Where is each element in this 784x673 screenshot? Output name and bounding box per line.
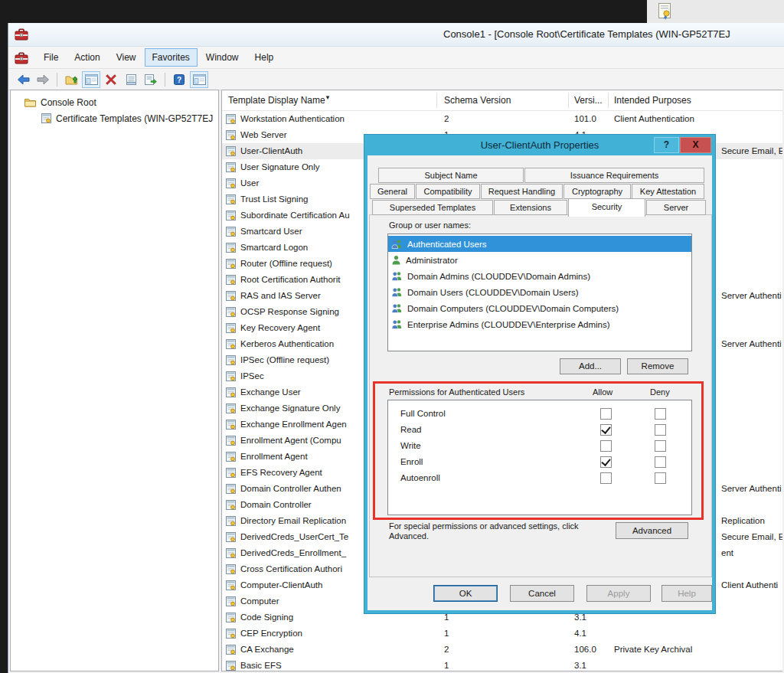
add-button[interactable]: Add...: [560, 358, 621, 374]
template-name: Root Certification Authorit: [240, 275, 340, 284]
permission-row[interactable]: Autoenroll: [388, 471, 691, 487]
certificate-template-icon: [226, 613, 236, 622]
dialog-close-button[interactable]: X: [680, 137, 711, 153]
template-name: Basic EFS: [240, 661, 282, 670]
forward-icon[interactable]: [34, 71, 52, 88]
certificate-template-icon: [226, 548, 236, 558]
group-list-item[interactable]: Domain Admins (CLOUDDEV\Domain Admins): [388, 268, 691, 284]
group-name: Domain Computers (CLOUDDEV\Domain Comput…: [407, 304, 619, 313]
certificate-template-icon: [226, 420, 236, 430]
toolbar: ?: [8, 69, 784, 90]
certificate-template-icon: [41, 113, 51, 123]
column-header-template-display-name[interactable]: Template Display Name▾: [228, 95, 329, 106]
help-button[interactable]: Help: [662, 585, 712, 602]
properties-icon[interactable]: [122, 71, 140, 88]
allow-checkbox-autoenroll[interactable]: [600, 472, 612, 484]
cancel-button[interactable]: Cancel: [510, 585, 574, 602]
menu-file[interactable]: File: [36, 48, 66, 67]
group-list-item[interactable]: Administrator: [388, 252, 691, 268]
tab-cryptography[interactable]: Cryptography: [564, 184, 631, 199]
dialog-titlebar[interactable]: User-ClientAuth Properties ? X: [364, 135, 715, 155]
permission-row[interactable]: Enroll: [388, 455, 691, 471]
menu-favorites[interactable]: Favorites: [145, 48, 198, 67]
allow-checkbox-read[interactable]: [600, 424, 612, 436]
column-header-intended-purposes[interactable]: Intended Purposes: [614, 95, 691, 106]
intended-purposes-fragment: Replication: [721, 516, 765, 525]
tree-item-console-root[interactable]: Console Root: [11, 94, 218, 110]
tab-row: Subject NameIssuance Requirements: [378, 168, 705, 183]
intended-purposes-fragment: Secure Email, E: [721, 146, 782, 155]
menu-window[interactable]: Window: [198, 48, 247, 67]
allow-column-label: Allow: [593, 387, 612, 397]
group-list-item[interactable]: Domain Users (CLOUDDEV\Domain Users): [388, 284, 691, 300]
column-header-schema-version[interactable]: Schema Version: [444, 95, 511, 106]
template-name: Exchange Enrollment Agen: [240, 420, 347, 429]
template-name: Subordinate Certification Au: [240, 211, 350, 220]
tree-item-label: Console Root: [41, 97, 96, 108]
template-name: Cross Certification Authori: [240, 564, 342, 573]
certificate-template-icon: [226, 564, 236, 574]
tab-server[interactable]: Server: [646, 200, 706, 215]
back-icon[interactable]: [14, 71, 32, 88]
tab-general[interactable]: General: [370, 184, 415, 199]
certificate-template-icon: [226, 436, 236, 446]
group-list-item[interactable]: Domain Computers (CLOUDDEV\Domain Comput…: [388, 300, 691, 316]
deny-checkbox-autoenroll[interactable]: [655, 472, 666, 484]
template-row[interactable]: CA Exchange2106.0Private Key Archival: [222, 642, 782, 658]
allow-checkbox-enroll[interactable]: [600, 456, 612, 468]
tree-item-certificate-templates[interactable]: Certificate Templates (WIN-GP52T7EJ: [11, 110, 218, 126]
deny-checkbox-write[interactable]: [655, 440, 666, 452]
certificate-template-icon: [226, 259, 236, 269]
permission-row[interactable]: Full Control: [388, 407, 691, 423]
tab-extensions[interactable]: Extensions: [494, 200, 567, 215]
column-header-versi-[interactable]: Versi...: [574, 95, 603, 106]
ok-button[interactable]: OK: [433, 585, 498, 602]
show-console-tree-icon[interactable]: [82, 71, 100, 88]
group-list-item[interactable]: Authenticated Users: [388, 236, 691, 252]
deny-checkbox-read[interactable]: [655, 424, 666, 436]
group-list-item[interactable]: Enterprise Admins (CLOUDDEV\Enterprise A…: [388, 316, 691, 332]
permission-row[interactable]: Write: [388, 439, 691, 455]
template-name: IPSec: [240, 371, 264, 381]
template-name: Trust List Signing: [240, 194, 308, 204]
tab-issuance-requirements[interactable]: Issuance Requirements: [524, 168, 704, 183]
advanced-button[interactable]: Advanced: [616, 522, 688, 539]
template-name: Domain Controller: [240, 500, 312, 509]
new-window-icon[interactable]: [190, 71, 208, 88]
group-name: Domain Users (CLOUDDEV\Domain Users): [407, 288, 579, 297]
template-name: RAS and IAS Server: [240, 291, 321, 300]
help-icon[interactable]: ?: [170, 71, 188, 88]
template-row[interactable]: Workstation Authentication2101.0Client A…: [222, 111, 782, 127]
menu-bar: FileActionViewFavoritesWindowHelp: [8, 47, 784, 69]
up-one-level-icon[interactable]: [62, 71, 80, 88]
certificate-template-icon: [226, 114, 236, 124]
tab-security[interactable]: Security: [568, 198, 645, 217]
tab-subject-name[interactable]: Subject Name: [378, 168, 524, 183]
dialog-help-button[interactable]: ?: [654, 137, 679, 153]
deny-checkbox-full-control[interactable]: [655, 408, 666, 420]
template-name: Smartcard User: [240, 227, 302, 236]
tab-compatibility[interactable]: Compatibility: [416, 184, 480, 199]
window-titlebar[interactable]: Console1 - [Console Root\Certificate Tem…: [8, 23, 784, 47]
menu-help[interactable]: Help: [247, 48, 282, 67]
template-name: Key Recovery Agent: [240, 323, 320, 332]
delete-icon[interactable]: [102, 71, 120, 88]
group-icon: [391, 303, 403, 313]
menu-action[interactable]: Action: [67, 48, 107, 67]
apply-button[interactable]: Apply: [586, 585, 651, 602]
allow-checkbox-write[interactable]: [600, 440, 612, 452]
menu-view[interactable]: View: [109, 48, 144, 67]
template-row[interactable]: Basic EFS13.1: [222, 658, 782, 671]
permission-row[interactable]: Read: [388, 423, 691, 439]
permissions-listbox[interactable]: Full ControlReadWriteEnrollAutoenroll: [387, 400, 692, 515]
tab-superseded-templates[interactable]: Superseded Templates: [372, 200, 493, 215]
allow-checkbox-full-control[interactable]: [600, 408, 612, 420]
folder-icon: [24, 98, 36, 107]
deny-checkbox-enroll[interactable]: [655, 456, 666, 468]
remove-button[interactable]: Remove: [627, 358, 688, 374]
export-list-icon[interactable]: [142, 71, 160, 88]
template-row[interactable]: CEP Encryption14.1: [222, 626, 782, 642]
group-listbox[interactable]: Authenticated UsersAdministratorDomain A…: [387, 234, 692, 351]
tab-request-handling[interactable]: Request Handling: [481, 184, 563, 199]
tab-key-attestation[interactable]: Key Attestation: [632, 184, 704, 199]
